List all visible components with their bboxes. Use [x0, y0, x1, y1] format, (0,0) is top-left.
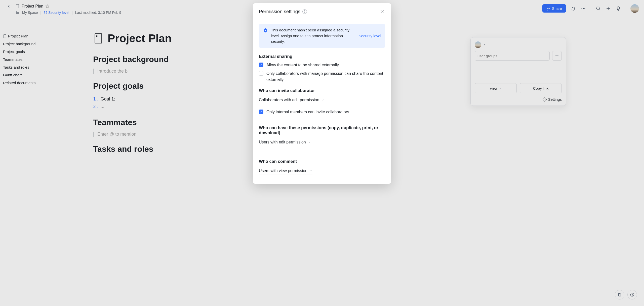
dropdown-invite[interactable]: Collaborators with edit permission	[259, 96, 324, 104]
chevron-down-icon	[321, 98, 324, 101]
security-level-link[interactable]: Security level	[359, 34, 381, 38]
chevron-down-icon	[309, 169, 312, 172]
close-icon[interactable]	[379, 9, 385, 15]
permission-settings-modal: Permission settings ? This document hasn…	[253, 3, 391, 184]
shield-icon	[263, 28, 268, 33]
section-copy: Who can have these permissions (copy, du…	[259, 125, 385, 135]
checkbox-allow-external[interactable]	[259, 63, 263, 67]
dropdown-comment[interactable]: Users with view permission	[259, 167, 312, 175]
section-comment: Who can comment	[259, 159, 385, 164]
security-banner: This document hasn't been assigned a sec…	[259, 24, 385, 48]
help-icon[interactable]: ?	[302, 9, 307, 14]
section-invite: Who can invite collaborator	[259, 88, 385, 93]
checkbox-only-internal[interactable]	[259, 110, 263, 114]
chevron-down-icon	[308, 141, 311, 144]
checkbox-only-manage[interactable]	[259, 71, 263, 76]
modal-title: Permission settings ?	[259, 9, 307, 14]
dropdown-copy[interactable]: Users with edit permission	[259, 138, 311, 146]
section-external-sharing: External sharing	[259, 54, 385, 59]
